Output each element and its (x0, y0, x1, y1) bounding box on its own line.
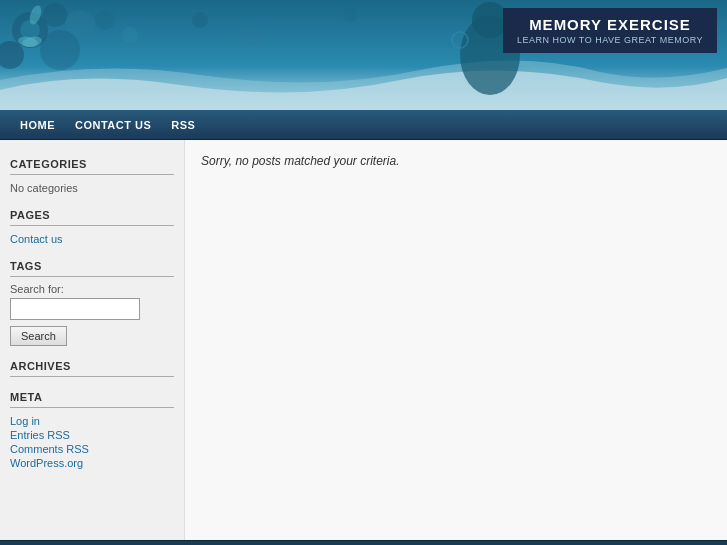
banner-subtitle: LEARN HOW TO HAVE GREAT MEMORY (517, 35, 703, 45)
nav-contact[interactable]: CONTACT US (65, 119, 161, 131)
banner-title: MEMORY EXERCISE (517, 16, 703, 33)
svg-point-8 (40, 30, 80, 70)
main-content: Sorry, no posts matched your criteria. (185, 140, 727, 540)
navbar: HOME CONTACT US RSS (0, 110, 727, 140)
meta-comments-rss[interactable]: Comments RSS (10, 442, 174, 456)
meta-login[interactable]: Log in (10, 414, 174, 428)
pages-contact-link[interactable]: Contact us (10, 232, 174, 246)
search-button[interactable]: Search (10, 326, 67, 346)
site-banner: MEMORY EXERCISE LEARN HOW TO HAVE GREAT … (503, 8, 717, 53)
footer: Theme by Theme.in Magazine (0, 540, 727, 545)
no-posts-message: Sorry, no posts matched your criteria. (201, 154, 711, 168)
site-header: MEMORY EXERCISE LEARN HOW TO HAVE GREAT … (0, 0, 727, 110)
svg-point-13 (238, 23, 262, 47)
categories-title: CATEGORIES (10, 158, 174, 175)
search-input[interactable] (10, 298, 140, 320)
svg-point-3 (43, 3, 67, 27)
sidebar: CATEGORIES No categories PAGES Contact u… (0, 140, 185, 540)
meta-entries-rss[interactable]: Entries RSS (10, 428, 174, 442)
svg-point-14 (343, 8, 357, 22)
nav-home[interactable]: HOME (10, 119, 65, 131)
tags-title: TAGS (10, 260, 174, 277)
svg-point-7 (122, 27, 138, 43)
svg-point-6 (95, 10, 115, 30)
meta-title: META (10, 391, 174, 408)
pages-title: PAGES (10, 209, 174, 226)
archives-title: ARCHIVES (10, 360, 174, 377)
categories-empty: No categories (10, 181, 174, 195)
main-container: CATEGORIES No categories PAGES Contact u… (0, 140, 727, 540)
svg-point-12 (192, 12, 208, 28)
nav-rss[interactable]: RSS (161, 119, 205, 131)
meta-wordpress[interactable]: WordPress.org (10, 456, 174, 470)
search-for-label: Search for: (10, 283, 174, 295)
